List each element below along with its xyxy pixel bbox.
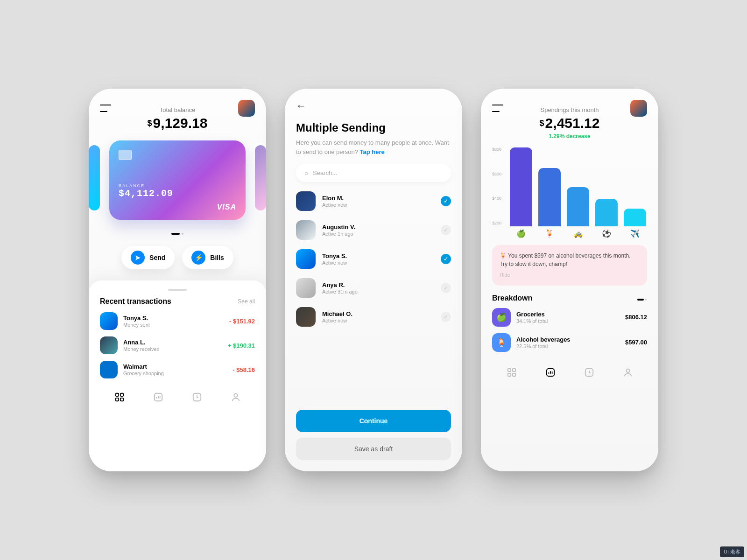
nav-home-icon[interactable] bbox=[506, 367, 517, 378]
transaction-amount: - $58.16 bbox=[233, 366, 255, 373]
y-tick: $600 bbox=[492, 172, 509, 176]
tap-here-link[interactable]: Tap here bbox=[360, 148, 385, 155]
alert-text: 🍹 You spent $597 on alcohol beverages th… bbox=[500, 252, 640, 268]
contact-checkbox[interactable]: ✓ bbox=[441, 312, 451, 322]
transaction-name: Tonya S. bbox=[123, 315, 224, 322]
breakdown-title: Breakdown bbox=[492, 294, 532, 302]
category-icon: 🍏 bbox=[516, 229, 526, 240]
card-next[interactable] bbox=[255, 145, 266, 210]
card-balance: $4,112.09 bbox=[119, 188, 236, 199]
see-all-link[interactable]: See all bbox=[238, 298, 255, 305]
bills-button[interactable]: ⚡ Bills bbox=[182, 246, 233, 269]
chart-bar[interactable]: 🚕 bbox=[567, 187, 589, 240]
contact-name: Augustin V. bbox=[322, 224, 434, 231]
alert-hide-link[interactable]: Hide bbox=[500, 271, 640, 279]
merchant-avatar bbox=[100, 336, 118, 354]
spending-chart: $800$600$400$200 🍏🍹🚕⚽✈️ bbox=[492, 147, 647, 240]
contact-row[interactable]: Michael O.Active now ✓ bbox=[296, 307, 451, 327]
nav-profile-icon[interactable] bbox=[622, 367, 634, 378]
category-icon: 🍹 bbox=[545, 229, 554, 240]
continue-button[interactable]: Continue bbox=[296, 410, 451, 432]
breakdown-sub: 34.1% of total bbox=[516, 318, 620, 324]
spending-alert: 🍹 You spent $597 on alcohol beverages th… bbox=[492, 245, 647, 286]
transaction-row[interactable]: WalmartGrocery shopping - $58.16 bbox=[100, 361, 255, 378]
y-tick: $200 bbox=[492, 221, 509, 225]
transaction-amount: - $151.92 bbox=[229, 318, 255, 325]
contact-row[interactable]: Elon M.Active now ✓ bbox=[296, 191, 451, 211]
transaction-sub: Money sent bbox=[123, 322, 224, 328]
merchant-avatar bbox=[100, 312, 118, 330]
breakdown-name: Alcohol beverages bbox=[516, 336, 620, 343]
category-icon: 🚕 bbox=[573, 229, 583, 240]
contact-checkbox[interactable]: ✓ bbox=[441, 254, 451, 264]
svg-point-13 bbox=[626, 369, 629, 372]
svg-rect-10 bbox=[512, 373, 515, 376]
contact-row[interactable]: Anya R.Active 31m ago ✓ bbox=[296, 278, 451, 298]
transaction-amount: + $190.31 bbox=[228, 342, 255, 349]
chart-bar[interactable]: ⚽ bbox=[595, 199, 618, 240]
nav-history-icon[interactable] bbox=[584, 367, 595, 378]
page-title: Multiple Sending bbox=[296, 121, 451, 134]
y-tick: $800 bbox=[492, 147, 509, 152]
contact-avatar bbox=[296, 249, 316, 269]
nav-stats-icon[interactable] bbox=[153, 392, 164, 403]
breakdown-row[interactable]: 🍹 Alcohol beverages22.5% of total $597.0… bbox=[492, 333, 647, 352]
chart-bar[interactable]: ✈️ bbox=[624, 209, 646, 240]
contact-checkbox[interactable]: ✓ bbox=[441, 283, 451, 293]
contact-checkbox[interactable]: ✓ bbox=[441, 196, 451, 206]
transaction-row[interactable]: Tonya S.Money sent - $151.92 bbox=[100, 312, 255, 330]
card-prev[interactable] bbox=[89, 145, 100, 210]
contact-status: Active now bbox=[322, 260, 434, 266]
contact-avatar bbox=[296, 191, 316, 211]
category-icon: 🍏 bbox=[492, 308, 511, 327]
credit-card[interactable]: BALANCE $4,112.09 VISA bbox=[109, 140, 246, 220]
sheet-handle[interactable] bbox=[168, 289, 187, 291]
transaction-name: Anna L. bbox=[123, 339, 222, 346]
contact-status: Active now bbox=[322, 202, 434, 208]
breakdown-name: Groceries bbox=[516, 311, 620, 318]
contact-name: Elon M. bbox=[322, 195, 434, 202]
transaction-sub: Grocery shopping bbox=[123, 371, 227, 376]
spending-amount: $2,451.12 bbox=[492, 115, 647, 131]
bolt-icon: ⚡ bbox=[191, 251, 205, 265]
svg-rect-8 bbox=[512, 368, 515, 371]
back-icon[interactable]: ← bbox=[296, 100, 451, 112]
contact-status: Active now bbox=[322, 318, 434, 323]
nav-profile-icon[interactable] bbox=[230, 392, 241, 403]
contact-name: Michael O. bbox=[322, 310, 434, 317]
view-toggle[interactable] bbox=[637, 294, 647, 302]
transaction-row[interactable]: Anna L.Money received + $190.31 bbox=[100, 336, 255, 354]
breakdown-amount: $597.00 bbox=[625, 339, 647, 346]
send-button[interactable]: ➤ Send bbox=[121, 246, 175, 269]
category-icon: ⚽ bbox=[602, 229, 611, 240]
change-text: 1.29% decrease bbox=[492, 133, 647, 140]
contact-status: Active 1h ago bbox=[322, 231, 434, 237]
contact-checkbox[interactable]: ✓ bbox=[441, 225, 451, 235]
chart-bar[interactable]: 🍏 bbox=[510, 147, 532, 240]
category-icon: ✈️ bbox=[630, 229, 640, 240]
home-screen: Total balance $9,129.18 BALANCE $4,112.0… bbox=[89, 89, 266, 471]
nav-home-icon[interactable] bbox=[114, 392, 125, 403]
category-icon: 🍹 bbox=[492, 333, 511, 352]
contact-row[interactable]: Augustin V.Active 1h ago ✓ bbox=[296, 220, 451, 240]
send-icon: ➤ bbox=[131, 251, 145, 265]
svg-rect-1 bbox=[120, 393, 123, 396]
contact-avatar bbox=[296, 278, 316, 298]
send-screen: ← Multiple Sending Here you can send mon… bbox=[285, 89, 462, 471]
chart-bar[interactable]: 🍹 bbox=[538, 168, 561, 240]
card-pagination[interactable] bbox=[100, 228, 255, 237]
search-input[interactable]: ⌕ Search... bbox=[296, 164, 451, 182]
contact-row[interactable]: Tonya S.Active now ✓ bbox=[296, 249, 451, 269]
breakdown-row[interactable]: 🍏 Groceries34.1% of total $806.12 bbox=[492, 308, 647, 327]
svg-rect-3 bbox=[120, 398, 123, 401]
search-placeholder: Search... bbox=[313, 169, 337, 176]
svg-rect-7 bbox=[507, 368, 510, 371]
search-icon: ⌕ bbox=[304, 169, 308, 176]
contact-name: Tonya S. bbox=[322, 252, 434, 259]
breakdown-sub: 22.5% of total bbox=[516, 343, 620, 349]
transaction-sub: Money received bbox=[123, 346, 222, 352]
transaction-name: Walmart bbox=[123, 363, 227, 370]
save-draft-button[interactable]: Save as draft bbox=[296, 438, 451, 460]
nav-history-icon[interactable] bbox=[191, 392, 203, 403]
nav-stats-icon[interactable] bbox=[545, 367, 556, 378]
